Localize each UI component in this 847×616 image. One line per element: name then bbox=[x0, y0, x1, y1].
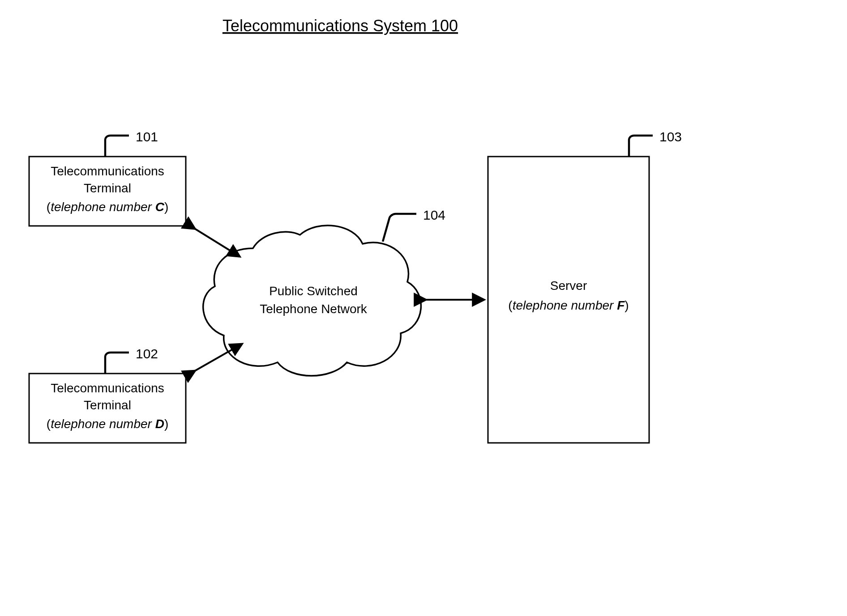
terminal-2-line3: (telephone number D) bbox=[47, 417, 168, 431]
terminal-2-num: 102 bbox=[136, 346, 158, 361]
server-num: 103 bbox=[659, 129, 682, 144]
terminal-2-line2: Terminal bbox=[84, 398, 131, 412]
network-line2: Telephone Network bbox=[260, 302, 368, 316]
arrow-terminal1-cloud bbox=[192, 227, 237, 255]
arrow-terminal2-cloud bbox=[192, 345, 240, 372]
terminal-1: Telecommunications Terminal (telephone n… bbox=[29, 129, 186, 226]
terminal-2-line1: Telecommunications bbox=[51, 381, 164, 395]
terminal-1-line2: Terminal bbox=[84, 181, 131, 195]
terminal-1-line1: Telecommunications bbox=[51, 164, 164, 178]
diagram-canvas: Telecommunications System 100 Telecommun… bbox=[0, 0, 847, 616]
terminal-2: Telecommunications Terminal (telephone n… bbox=[29, 346, 186, 443]
server-line2: (telephone number F) bbox=[508, 298, 629, 312]
network-line1: Public Switched bbox=[269, 284, 358, 298]
server-line1: Server bbox=[550, 279, 587, 293]
diagram-title: Telecommunications System 100 bbox=[222, 17, 458, 35]
network-num: 104 bbox=[423, 208, 445, 222]
server: Server (telephone number F) 103 bbox=[488, 129, 682, 443]
terminal-1-num: 101 bbox=[136, 129, 158, 144]
network-cloud: Public Switched Telephone Network 104 bbox=[203, 208, 445, 376]
terminal-1-line3: (telephone number C) bbox=[47, 200, 168, 214]
